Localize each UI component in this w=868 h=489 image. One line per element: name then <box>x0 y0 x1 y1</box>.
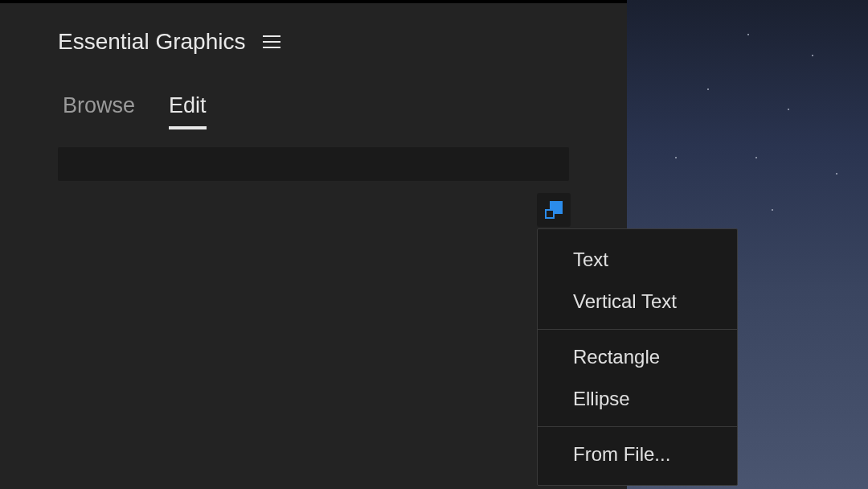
star <box>707 88 709 90</box>
essential-graphics-panel: Essential Graphics Browse Edit Text Vert… <box>0 0 627 489</box>
menu-item-ellipse[interactable]: Ellipse <box>538 378 737 420</box>
hamburger-menu-icon[interactable] <box>263 35 280 48</box>
add-layer-button[interactable] <box>537 193 571 227</box>
add-layer-icon <box>545 201 563 219</box>
layer-list-area[interactable] <box>58 147 569 181</box>
tab-edit[interactable]: Edit <box>169 93 207 129</box>
menu-item-rectangle[interactable]: Rectangle <box>538 336 737 378</box>
star <box>772 209 773 211</box>
menu-divider <box>538 426 737 427</box>
star <box>836 173 837 175</box>
menu-divider <box>538 329 737 330</box>
star <box>755 157 757 158</box>
panel-header: Essential Graphics <box>0 3 627 55</box>
star <box>788 109 789 110</box>
add-layer-dropdown: Text Vertical Text Rectangle Ellipse Fro… <box>537 228 738 486</box>
star <box>812 55 813 56</box>
menu-item-vertical-text[interactable]: Vertical Text <box>538 281 737 323</box>
star <box>675 157 677 158</box>
tabs: Browse Edit <box>0 55 627 129</box>
menu-item-text[interactable]: Text <box>538 239 737 281</box>
tab-browse[interactable]: Browse <box>63 93 135 129</box>
menu-item-from-file[interactable]: From File... <box>538 434 737 475</box>
panel-title: Essential Graphics <box>58 29 245 55</box>
star <box>747 34 749 35</box>
